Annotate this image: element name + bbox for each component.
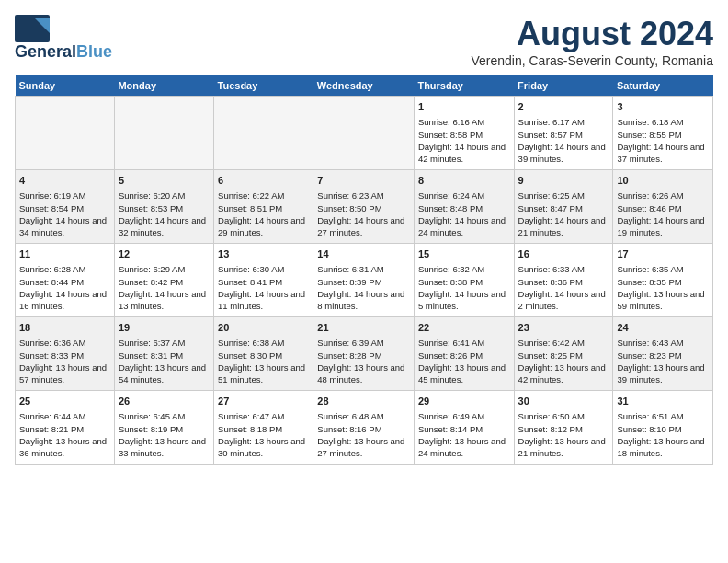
day-info: Sunrise: 6:47 AM: [218, 410, 309, 422]
day-number: 29: [418, 395, 510, 408]
day-info: Sunrise: 6:26 AM: [617, 190, 709, 201]
day-info: Daylight: 14 hours and 29 minutes.: [218, 214, 309, 239]
day-info: Sunset: 8:30 PM: [218, 350, 309, 362]
day-number: 13: [218, 247, 309, 261]
day-info: Daylight: 14 hours and 5 minutes.: [418, 288, 510, 313]
day-info: Daylight: 14 hours and 21 minutes.: [518, 214, 609, 239]
calendar-cell: 24Sunrise: 6:43 AMSunset: 8:23 PMDayligh…: [613, 317, 713, 391]
calendar-header-row: SundayMondayTuesdayWednesdayThursdayFrid…: [16, 75, 713, 97]
calendar-cell: 25Sunrise: 6:44 AMSunset: 8:21 PMDayligh…: [16, 391, 115, 465]
calendar-cell: 22Sunrise: 6:41 AMSunset: 8:26 PMDayligh…: [414, 317, 514, 391]
day-info: Sunset: 8:25 PM: [518, 350, 609, 362]
calendar-cell: [16, 97, 115, 170]
day-info: Sunset: 8:10 PM: [617, 423, 709, 435]
day-info: Sunset: 8:12 PM: [518, 423, 609, 435]
day-number: 20: [218, 321, 309, 335]
day-info: Daylight: 13 hours and 30 minutes.: [218, 435, 309, 460]
day-header-saturday: Saturday: [613, 75, 713, 97]
day-number: 16: [518, 247, 609, 261]
day-info: Sunset: 8:35 PM: [617, 276, 709, 288]
day-info: Sunset: 8:57 PM: [518, 129, 609, 141]
calendar-cell: 4Sunrise: 6:19 AMSunset: 8:54 PMDaylight…: [16, 170, 115, 244]
calendar-cell: 5Sunrise: 6:20 AMSunset: 8:53 PMDaylight…: [114, 170, 213, 244]
day-number: 26: [119, 395, 210, 408]
calendar-cell: 8Sunrise: 6:24 AMSunset: 8:48 PMDaylight…: [414, 170, 514, 244]
day-info: Sunrise: 6:42 AM: [518, 337, 609, 349]
calendar-cell: 1Sunrise: 6:16 AMSunset: 8:58 PMDaylight…: [414, 97, 514, 170]
day-info: Sunset: 8:14 PM: [418, 423, 510, 435]
day-header-wednesday: Wednesday: [313, 75, 415, 97]
calendar-cell: 26Sunrise: 6:45 AMSunset: 8:19 PMDayligh…: [114, 391, 213, 465]
day-info: Sunrise: 6:37 AM: [119, 337, 210, 349]
logo-general: General: [15, 42, 76, 62]
day-info: Sunset: 8:33 PM: [19, 350, 110, 362]
day-number: 11: [19, 247, 110, 261]
day-header-tuesday: Tuesday: [214, 75, 313, 97]
day-info: Sunset: 8:16 PM: [317, 423, 410, 435]
day-info: Sunset: 8:48 PM: [418, 202, 510, 214]
day-info: Sunrise: 6:29 AM: [119, 263, 210, 275]
day-info: Sunrise: 6:32 AM: [418, 263, 510, 275]
day-info: Sunrise: 6:49 AM: [418, 410, 510, 422]
calendar-cell: 12Sunrise: 6:29 AMSunset: 8:42 PMDayligh…: [114, 244, 213, 317]
day-number: 15: [418, 247, 510, 261]
calendar-cell: [114, 97, 213, 170]
day-info: Sunrise: 6:22 AM: [218, 190, 309, 201]
day-info: Sunrise: 6:35 AM: [617, 263, 709, 275]
day-info: Daylight: 13 hours and 36 minutes.: [19, 435, 110, 460]
day-info: Daylight: 14 hours and 19 minutes.: [617, 214, 709, 239]
day-info: Sunset: 8:18 PM: [218, 423, 309, 435]
day-number: 27: [218, 395, 309, 408]
day-info: Sunrise: 6:44 AM: [19, 410, 110, 422]
day-number: 17: [617, 247, 709, 261]
day-info: Sunset: 8:36 PM: [518, 276, 609, 288]
day-info: Daylight: 14 hours and 34 minutes.: [19, 214, 110, 239]
day-number: 18: [19, 321, 110, 335]
calendar-cell: 17Sunrise: 6:35 AMSunset: 8:35 PMDayligh…: [613, 244, 713, 317]
calendar-cell: [313, 97, 415, 170]
day-number: 21: [317, 321, 410, 335]
day-info: Daylight: 14 hours and 37 minutes.: [617, 141, 709, 166]
location-subtitle: Verendin, Caras-Severin County, Romania: [471, 53, 713, 68]
day-info: Daylight: 14 hours and 39 minutes.: [518, 141, 609, 166]
day-info: Daylight: 14 hours and 8 minutes.: [317, 288, 410, 313]
day-info: Sunrise: 6:48 AM: [317, 410, 410, 422]
day-number: 8: [418, 174, 510, 188]
day-info: Sunset: 8:53 PM: [119, 202, 210, 214]
day-number: 9: [518, 174, 609, 188]
day-info: Sunset: 8:51 PM: [218, 202, 309, 214]
calendar-cell: 19Sunrise: 6:37 AMSunset: 8:31 PMDayligh…: [114, 317, 213, 391]
day-info: Daylight: 13 hours and 24 minutes.: [418, 435, 510, 460]
day-info: Sunrise: 6:45 AM: [119, 410, 210, 422]
day-info: Daylight: 14 hours and 13 minutes.: [119, 288, 210, 313]
day-info: Sunset: 8:54 PM: [19, 202, 110, 214]
day-number: 1: [418, 100, 510, 114]
day-info: Sunset: 8:44 PM: [19, 276, 110, 288]
calendar-cell: 21Sunrise: 6:39 AMSunset: 8:28 PMDayligh…: [313, 317, 415, 391]
calendar-cell: 13Sunrise: 6:30 AMSunset: 8:41 PMDayligh…: [214, 244, 313, 317]
week-row-4: 18Sunrise: 6:36 AMSunset: 8:33 PMDayligh…: [16, 317, 713, 391]
calendar-cell: 9Sunrise: 6:25 AMSunset: 8:47 PMDaylight…: [514, 170, 613, 244]
day-header-monday: Monday: [114, 75, 213, 97]
title-section: August 2024 Verendin, Caras-Severin Coun…: [471, 15, 713, 68]
week-row-1: 1Sunrise: 6:16 AMSunset: 8:58 PMDaylight…: [16, 97, 713, 170]
month-title: August 2024: [471, 15, 713, 53]
calendar-cell: 3Sunrise: 6:18 AMSunset: 8:55 PMDaylight…: [613, 97, 713, 170]
day-info: Daylight: 13 hours and 27 minutes.: [317, 435, 410, 460]
day-info: Daylight: 13 hours and 54 minutes.: [119, 362, 210, 386]
day-info: Daylight: 13 hours and 21 minutes.: [518, 435, 609, 460]
logo: General Blue: [15, 15, 112, 62]
day-number: 7: [317, 174, 410, 188]
calendar-cell: 14Sunrise: 6:31 AMSunset: 8:39 PMDayligh…: [313, 244, 415, 317]
day-info: Daylight: 14 hours and 42 minutes.: [418, 141, 510, 166]
day-number: 10: [617, 174, 709, 188]
day-info: Sunset: 8:47 PM: [518, 202, 609, 214]
calendar-cell: 31Sunrise: 6:51 AMSunset: 8:10 PMDayligh…: [613, 391, 713, 465]
day-info: Sunrise: 6:19 AM: [19, 190, 110, 201]
day-info: Sunrise: 6:24 AM: [418, 190, 510, 201]
day-info: Daylight: 14 hours and 11 minutes.: [218, 288, 309, 313]
day-number: 5: [119, 174, 210, 188]
day-number: 25: [19, 395, 110, 408]
day-number: 4: [19, 174, 110, 188]
calendar-cell: 11Sunrise: 6:28 AMSunset: 8:44 PMDayligh…: [16, 244, 115, 317]
